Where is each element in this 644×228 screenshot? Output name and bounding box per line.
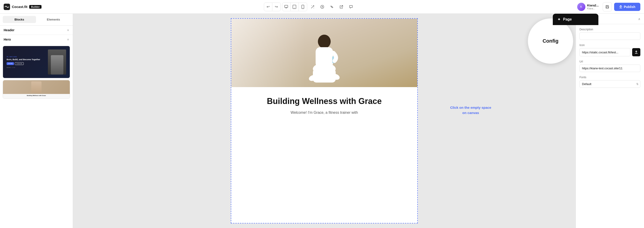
header-section-toggle[interactable]: Header ∨ bbox=[0, 26, 73, 35]
user-area[interactable]: K Kiara2... Kiara... bbox=[575, 2, 601, 12]
fonts-select[interactable]: Default Sans-serif Serif Monospace bbox=[580, 80, 640, 88]
link-button[interactable] bbox=[328, 3, 336, 11]
canvas-area[interactable]: Building Wellness with Grace Welcome! I'… bbox=[73, 14, 576, 228]
right-panel-collapse-icon[interactable]: ∧ bbox=[638, 17, 640, 21]
canvas-main-title: Building Wellness with Grace bbox=[245, 96, 404, 106]
sidebar-content: Header ∨ Hero ∧ Hi, I am Lucas Burn, Bui… bbox=[0, 26, 73, 228]
svg-point-9 bbox=[314, 8, 314, 8]
canvas-hint-text: Click on the empty spaceon canvas bbox=[450, 106, 491, 115]
hero-section-toggle[interactable]: Hero ∧ bbox=[0, 35, 73, 44]
thumb-hero2-text: Building Wellness with Grace bbox=[5, 95, 68, 96]
user-sub: Kiara... bbox=[587, 7, 599, 10]
svg-rect-1 bbox=[284, 5, 288, 8]
icon-upload-button[interactable] bbox=[632, 48, 640, 56]
user-info: Kiara2... Kiara... bbox=[587, 4, 599, 10]
config-label: Config bbox=[542, 38, 558, 44]
sidebar: Blocks Elements Header ∨ Hero ∧ Hi, I am… bbox=[0, 14, 73, 228]
thumb-img bbox=[48, 50, 66, 74]
tablet-button[interactable] bbox=[290, 3, 299, 11]
description-input[interactable] bbox=[580, 32, 640, 40]
icon-row bbox=[580, 48, 640, 56]
block-thumb-1[interactable]: Hi, I am Lucas Burn, Build, and Become T… bbox=[3, 46, 70, 78]
save-button[interactable] bbox=[603, 2, 612, 12]
topbar-right: K Kiara2... Kiara... Publish bbox=[575, 2, 640, 12]
config-circle: Config bbox=[528, 18, 573, 64]
logo-icon bbox=[4, 4, 10, 10]
fitness-figure-svg bbox=[299, 23, 349, 87]
tab-blocks[interactable]: Blocks bbox=[3, 16, 36, 23]
url-label: Url bbox=[580, 60, 640, 63]
publish-label: Publish bbox=[624, 5, 635, 9]
icon-input[interactable] bbox=[580, 48, 630, 56]
sidebar-tabs: Blocks Elements bbox=[0, 14, 73, 26]
thumb-btn2: Contact Me bbox=[15, 62, 24, 65]
redo-button[interactable]: ↪ bbox=[272, 3, 280, 11]
topbar: Cocast.fit Builder ↩ ↪ bbox=[0, 0, 644, 14]
thumb-btn1: Join now bbox=[6, 62, 14, 65]
header-chevron-icon: ∨ bbox=[67, 28, 69, 32]
logo-text: Cocast.fit bbox=[12, 5, 27, 9]
external-button[interactable] bbox=[337, 3, 346, 11]
avatar: K bbox=[577, 3, 586, 11]
right-panel: Config ∧ Description Icon Url bbox=[576, 14, 644, 228]
main-layout: Blocks Elements Header ∨ Hero ∧ Hi, I am… bbox=[0, 14, 644, 228]
hero-chevron-icon: ∧ bbox=[67, 38, 69, 41]
icon-group: Icon bbox=[580, 44, 640, 56]
icon-label: Icon bbox=[580, 44, 640, 47]
thumb-btns: Join now Contact Me bbox=[6, 62, 48, 65]
canvas-image bbox=[231, 19, 417, 87]
url-group: Url bbox=[580, 60, 640, 72]
url-input[interactable] bbox=[580, 64, 640, 72]
page-dropdown[interactable]: ✦ Page bbox=[553, 14, 598, 25]
magic-button[interactable] bbox=[308, 3, 317, 11]
canvas-text-section: Building Wellness with Grace Welcome! I'… bbox=[231, 87, 417, 125]
thumb-left: Hi, I am Lucas Burn, Build, and Become T… bbox=[6, 56, 48, 68]
canvas-frame: Building Wellness with Grace Welcome! I'… bbox=[231, 18, 418, 224]
builder-badge: Builder bbox=[29, 5, 42, 9]
page-dropdown-icon: ✦ bbox=[557, 17, 561, 22]
hero-section-title: Hero bbox=[4, 38, 11, 41]
comment-button[interactable] bbox=[347, 3, 355, 11]
device-group bbox=[282, 2, 307, 11]
page-dropdown-label: Page bbox=[563, 17, 572, 22]
right-panel-body: Description Icon Url Fonts bbox=[576, 24, 644, 228]
desktop-button[interactable] bbox=[282, 3, 290, 11]
svg-point-14 bbox=[318, 35, 331, 48]
fonts-group: Fonts Default Sans-serif Serif Monospace bbox=[580, 76, 640, 88]
svg-marker-11 bbox=[322, 6, 323, 8]
toolbar: ↩ ↪ bbox=[46, 2, 572, 11]
fonts-select-wrapper: Default Sans-serif Serif Monospace bbox=[580, 80, 640, 88]
page-panel-overlay: ✦ Page bbox=[553, 14, 598, 25]
tab-elements[interactable]: Elements bbox=[37, 16, 70, 23]
block-thumb-2[interactable]: Building Wellness with Grace bbox=[3, 80, 70, 99]
mobile-button[interactable] bbox=[299, 3, 307, 11]
logo-area: Cocast.fit Builder bbox=[4, 4, 42, 10]
thumb-hi: Hi, I am Lucas bbox=[6, 56, 48, 58]
svg-rect-13 bbox=[606, 7, 608, 8]
canvas-subtitle: Welcome! I'm Grace, a fitness trainer wi… bbox=[245, 110, 404, 116]
play-button[interactable] bbox=[318, 3, 326, 11]
undo-redo-group: ↩ ↪ bbox=[264, 2, 281, 11]
svg-point-7 bbox=[302, 8, 303, 8]
thumb-person bbox=[51, 55, 64, 74]
description-group: Description bbox=[580, 28, 640, 40]
undo-button[interactable]: ↩ bbox=[264, 3, 272, 11]
svg-point-5 bbox=[294, 8, 295, 8]
thumb-social: SOCIAL ⊙ 𝕏 in bbox=[6, 67, 48, 68]
user-name: Kiara2... bbox=[587, 4, 599, 7]
fonts-label: Fonts bbox=[580, 76, 640, 79]
description-label: Description bbox=[580, 28, 640, 31]
publish-button[interactable]: Publish bbox=[614, 3, 640, 11]
canvas-empty-hint: Click on the empty spaceon canvas bbox=[439, 105, 502, 115]
svg-point-8 bbox=[311, 6, 312, 6]
header-section-title: Header bbox=[4, 28, 14, 32]
thumb-title: Burn, Build, and Become Together bbox=[6, 58, 48, 61]
